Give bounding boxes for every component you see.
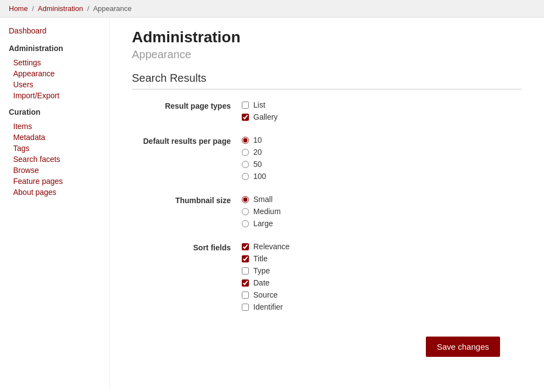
- sidebar-administration-title: Administration: [9, 44, 101, 53]
- default-results-label[interactable]: 50: [253, 160, 262, 169]
- sidebar-item: Appearance: [9, 68, 101, 79]
- sort-field-label[interactable]: Type: [253, 266, 270, 275]
- sort-field-item: Title: [242, 254, 522, 263]
- section-title: Search Results: [132, 72, 522, 89]
- sidebar-item: Metadata: [9, 132, 101, 143]
- sort-field-label[interactable]: Relevance: [253, 242, 290, 251]
- breadcrumb-home[interactable]: Home: [9, 4, 28, 13]
- thumbnail-size-controls: SmallMediumLarge: [242, 195, 522, 231]
- thumbnail-size-radio-small[interactable]: [242, 196, 249, 203]
- sidebar-link-settings[interactable]: Settings: [9, 57, 101, 68]
- sort-field-label[interactable]: Date: [253, 278, 270, 287]
- result-page-types-row: Result page types ListGallery: [132, 100, 522, 125]
- sidebar-link-feature-pages[interactable]: Feature pages: [9, 176, 101, 187]
- sidebar-item: Feature pages: [9, 176, 101, 187]
- breadcrumb-administration[interactable]: Administration: [38, 4, 83, 13]
- default-results-item: 50: [242, 160, 522, 169]
- sidebar-curation-title: Curation: [9, 108, 101, 116]
- sort-field-item: Identifier: [242, 303, 522, 311]
- sidebar-item: Tags: [9, 143, 101, 154]
- default-results-radio-20[interactable]: [242, 149, 249, 156]
- sort-field-checkbox-date[interactable]: [242, 279, 249, 287]
- sidebar-item: Items: [9, 121, 101, 132]
- default-results-controls: 102050100: [242, 136, 522, 184]
- sort-fields-controls: RelevanceTitleTypeDateSourceIdentifier: [242, 242, 522, 315]
- thumbnail-size-label: Thumbnail size: [132, 195, 242, 205]
- result-page-type-label[interactable]: List: [253, 100, 265, 109]
- default-results-label[interactable]: 10: [253, 136, 262, 144]
- sidebar-link-items[interactable]: Items: [9, 121, 101, 132]
- sidebar-link-users[interactable]: Users: [9, 79, 101, 90]
- sort-field-label[interactable]: Identifier: [253, 303, 283, 311]
- thumbnail-size-label[interactable]: Small: [253, 195, 273, 204]
- result-page-type-checkbox-gallery[interactable]: [242, 114, 249, 121]
- sidebar-item: Search facets: [9, 154, 101, 165]
- result-page-types-label: Result page types: [132, 100, 242, 110]
- page-subtitle: Appearance: [132, 48, 522, 61]
- result-page-type-item: List: [242, 100, 522, 109]
- result-page-types-controls: ListGallery: [242, 100, 522, 125]
- thumbnail-size-radio-medium[interactable]: [242, 208, 249, 215]
- default-results-label: Default results per page: [132, 136, 242, 145]
- result-page-type-item: Gallery: [242, 113, 522, 121]
- sidebar-link-search-facets[interactable]: Search facets: [9, 154, 101, 165]
- sort-field-checkbox-relevance[interactable]: [242, 243, 249, 250]
- breadcrumb-appearance: Appearance: [93, 4, 131, 13]
- default-results-label[interactable]: 20: [253, 148, 262, 156]
- result-page-type-label[interactable]: Gallery: [253, 113, 277, 121]
- sidebar-item: Settings: [9, 57, 101, 68]
- sidebar: Dashboard Administration SettingsAppeara…: [0, 18, 110, 390]
- sidebar-link-import-export[interactable]: Import/Export: [9, 90, 101, 101]
- sort-field-checkbox-title[interactable]: [242, 255, 249, 262]
- sort-fields-label: Sort fields: [132, 242, 242, 252]
- default-results-radio-100[interactable]: [242, 173, 249, 180]
- default-results-label[interactable]: 100: [253, 172, 266, 181]
- page-title: Administration: [132, 29, 522, 46]
- sidebar-link-browse[interactable]: Browse: [9, 165, 101, 176]
- sort-field-label[interactable]: Source: [253, 290, 277, 299]
- main-content: Administration Appearance Search Results…: [110, 18, 544, 390]
- sidebar-item: Users: [9, 79, 101, 90]
- sort-field-checkbox-type[interactable]: [242, 267, 249, 275]
- thumbnail-size-radio-large[interactable]: [242, 220, 249, 227]
- sidebar-link-metadata[interactable]: Metadata: [9, 132, 101, 143]
- thumbnail-size-label[interactable]: Medium: [253, 207, 281, 216]
- sort-field-item: Relevance: [242, 242, 522, 251]
- sidebar-dashboard-link[interactable]: Dashboard: [9, 26, 101, 35]
- sidebar-item: About pages: [9, 187, 101, 198]
- sidebar-admin-nav: SettingsAppearanceUsersImport/Export: [9, 57, 101, 101]
- save-bar: Save changes: [132, 326, 522, 368]
- default-results-radio-10[interactable]: [242, 137, 249, 144]
- sort-field-item: Type: [242, 266, 522, 275]
- sidebar-link-tags[interactable]: Tags: [9, 143, 101, 154]
- sort-field-item: Date: [242, 278, 522, 287]
- default-results-item: 100: [242, 172, 522, 181]
- sort-fields-row: Sort fields RelevanceTitleTypeDateSource…: [132, 242, 522, 315]
- sidebar-link-appearance[interactable]: Appearance: [9, 68, 101, 79]
- default-results-item: 20: [242, 148, 522, 156]
- thumbnail-size-row: Thumbnail size SmallMediumLarge: [132, 195, 522, 231]
- default-results-row: Default results per page 102050100: [132, 136, 522, 184]
- save-button[interactable]: Save changes: [426, 337, 500, 357]
- thumbnail-size-item: Small: [242, 195, 522, 204]
- breadcrumb: Home / Administration / Appearance: [0, 0, 544, 18]
- main-layout: Dashboard Administration SettingsAppeara…: [0, 18, 544, 390]
- thumbnail-size-label[interactable]: Large: [253, 219, 273, 228]
- sidebar-item: Import/Export: [9, 90, 101, 101]
- sort-field-item: Source: [242, 290, 522, 299]
- sidebar-curation-nav: ItemsMetadataTagsSearch facetsBrowseFeat…: [9, 121, 101, 198]
- thumbnail-size-item: Medium: [242, 207, 522, 216]
- sidebar-item: Browse: [9, 165, 101, 176]
- default-results-item: 10: [242, 136, 522, 144]
- default-results-radio-50[interactable]: [242, 161, 249, 168]
- thumbnail-size-item: Large: [242, 219, 522, 228]
- sidebar-link-about-pages[interactable]: About pages: [9, 187, 101, 198]
- sort-field-label[interactable]: Title: [253, 254, 268, 263]
- sort-field-checkbox-identifier[interactable]: [242, 304, 249, 311]
- result-page-type-checkbox-list[interactable]: [242, 102, 249, 109]
- sort-field-checkbox-source[interactable]: [242, 292, 249, 299]
